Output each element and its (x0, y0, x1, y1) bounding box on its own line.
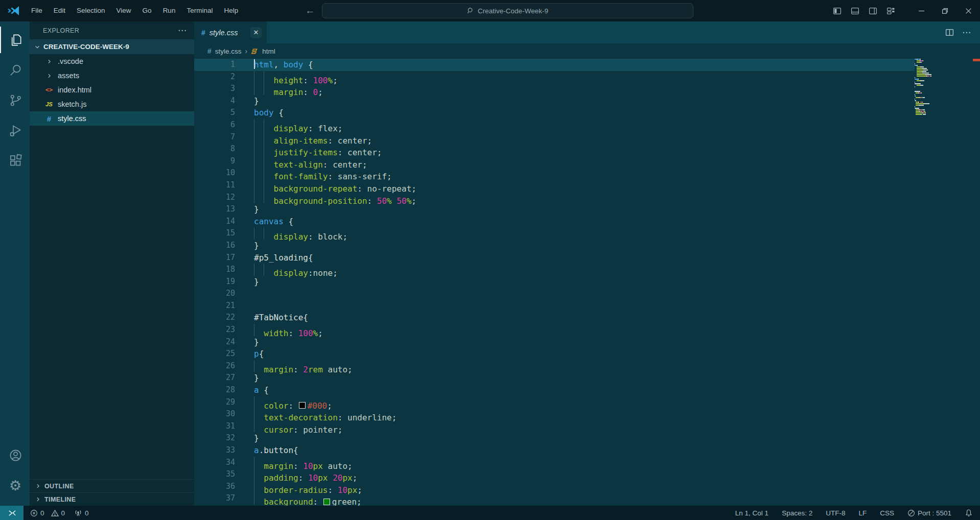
line-number: 7 (194, 131, 235, 144)
code-token: ; (333, 268, 338, 278)
code-token: ; (377, 148, 382, 157)
css-rule-symbol-icon (251, 48, 259, 55)
source-control-icon[interactable] (0, 87, 30, 113)
status-encoding[interactable]: UTF-8 (826, 509, 845, 517)
code-line-8: 8justify-items: center; (194, 143, 915, 155)
explorer-more-actions-icon[interactable]: ⋯ (178, 25, 187, 36)
error-icon (30, 509, 38, 517)
timeline-section[interactable]: TIMELINE (30, 492, 194, 506)
menu-help[interactable]: Help (218, 0, 244, 21)
minimap-line (915, 91, 955, 92)
code-token: % (313, 328, 318, 338)
code-token: : (367, 196, 377, 205)
minimap-line (915, 82, 955, 83)
line-number: 4 (194, 95, 235, 107)
warning-icon (51, 509, 59, 517)
line-number: 29 (194, 396, 235, 409)
restore-button[interactable] (933, 0, 956, 21)
settings-gear-icon[interactable]: ⚙ (0, 472, 30, 499)
line-number: 24 (194, 336, 235, 348)
indent-guide (254, 468, 264, 481)
explorer-icon[interactable] (0, 27, 30, 53)
editor-more-actions-icon[interactable]: ⋯ (962, 27, 971, 38)
extensions-icon[interactable] (0, 147, 30, 174)
status-eol[interactable]: LF (858, 509, 867, 517)
line-number: 19 (194, 276, 235, 288)
chevron-right-icon (46, 58, 53, 65)
code-token: a (254, 385, 259, 395)
indent-guide (264, 143, 273, 155)
code-token: : (308, 268, 313, 278)
code-token: } (254, 241, 259, 250)
code-editor[interactable]: 1html, body {2height: 100%;3margin: 0;4}… (194, 59, 980, 506)
code-token: { (303, 313, 308, 322)
breadcrumb: # style.css › html (194, 43, 980, 59)
breadcrumb-file[interactable]: style.css (215, 48, 242, 55)
code-token: 2 (303, 364, 308, 374)
line-number: 6 (194, 119, 235, 131)
run-debug-icon[interactable] (0, 117, 30, 144)
toggle-secondary-sidebar-icon[interactable] (869, 7, 877, 15)
problems-warnings[interactable]: 0 (51, 509, 65, 517)
minimap-line (915, 68, 955, 69)
file-item-assets[interactable]: assets (30, 68, 194, 83)
indent-guide (254, 264, 264, 276)
menu-run[interactable]: Run (157, 0, 181, 21)
menu-terminal[interactable]: Terminal (181, 0, 218, 21)
menu-file[interactable]: File (26, 0, 48, 21)
status-language[interactable]: CSS (880, 509, 894, 517)
code-token: : (293, 364, 303, 374)
root-folder-row[interactable]: CREATIVE-CODE-WEEK-9 (30, 39, 194, 54)
problems-errors[interactable]: 0 (30, 509, 44, 517)
file-item-sketch-js[interactable]: JSsketch.js (30, 97, 194, 111)
code-token: } (254, 433, 259, 443)
breadcrumb-symbol[interactable]: html (262, 48, 275, 55)
line-number: 13 (194, 203, 235, 216)
minimap-line (915, 62, 955, 63)
customize-layout-icon[interactable] (886, 7, 895, 15)
split-editor-icon[interactable] (945, 28, 954, 37)
color-swatch[interactable] (323, 499, 330, 505)
search-icon[interactable] (0, 57, 30, 83)
menu-view[interactable]: View (111, 0, 137, 21)
code-token: : (303, 87, 313, 97)
status-line-col[interactable]: Ln 1, Col 1 (735, 509, 768, 517)
status-port[interactable]: Port : 5501 (907, 509, 951, 517)
close-button[interactable] (956, 0, 980, 21)
minimap-line (915, 97, 955, 98)
outline-section[interactable]: OUTLINE (30, 479, 194, 492)
indent-guide (254, 420, 264, 433)
html-file-icon: <> (45, 86, 53, 93)
minimap-line (915, 96, 955, 97)
tab-style-css[interactable]: # style.css ✕ (194, 21, 267, 43)
menu-edit[interactable]: Edit (48, 0, 71, 21)
ports-forwarded[interactable]: 0 (74, 509, 89, 517)
code-token: body (284, 60, 304, 69)
file-item-index-html[interactable]: <>index.html (30, 83, 194, 97)
notifications-bell-icon[interactable] (965, 509, 973, 517)
tab-close-icon[interactable]: ✕ (250, 27, 262, 38)
toggle-sidebar-icon[interactable] (833, 7, 842, 15)
file-item-style-css[interactable]: #style.css (30, 111, 194, 126)
code-line-14: 14canvas { (194, 216, 915, 228)
command-center-search[interactable]: Creative-Code-Week-9 (322, 3, 693, 18)
file-item--vscode[interactable]: .vscode (30, 54, 194, 68)
line-number: 27 (194, 372, 235, 384)
toggle-panel-icon[interactable] (851, 7, 859, 15)
css-file-icon: # (207, 47, 212, 55)
account-icon[interactable] (0, 442, 30, 468)
minimap[interactable] (915, 59, 955, 115)
line-number: 11 (194, 179, 235, 192)
back-button[interactable]: ← (305, 5, 315, 16)
minimize-button[interactable] (909, 0, 933, 21)
line-number: 28 (194, 384, 235, 396)
status-indentation[interactable]: Spaces: 2 (782, 509, 812, 517)
line-number: 2 (194, 71, 235, 83)
code-line-5: 5body { (194, 107, 915, 119)
code-token: green (332, 497, 357, 506)
menu-go[interactable]: Go (137, 0, 157, 21)
code-token: background (264, 497, 313, 506)
code-line-10: 10font-family: sans-serif; (194, 167, 915, 179)
menu-selection[interactable]: Selection (71, 0, 111, 21)
remote-indicator-button[interactable] (0, 506, 24, 520)
